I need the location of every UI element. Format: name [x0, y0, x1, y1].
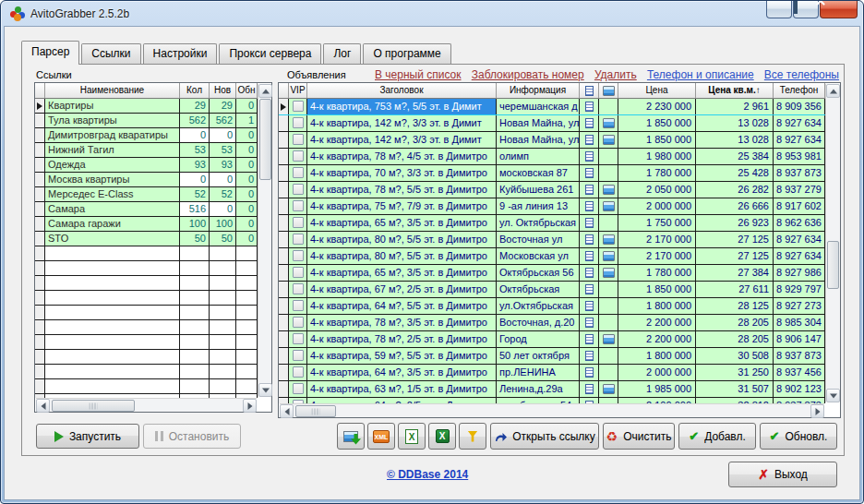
action-link-danger[interactable]: Удалить	[594, 68, 637, 81]
vip-checkbox[interactable]	[293, 167, 304, 178]
maximize-button[interactable]	[793, 1, 819, 18]
link-row[interactable]: Тула квартиры5625621	[35, 114, 258, 128]
vip-checkbox[interactable]	[293, 383, 304, 394]
action-link-normal[interactable]: Телефон и описание	[647, 68, 754, 81]
vip-checkbox[interactable]	[293, 366, 304, 378]
links-header-updated[interactable]: Обн	[236, 83, 258, 99]
link-row[interactable]: Москва квартиры000	[35, 173, 258, 187]
links-header-name[interactable]: Наименование	[45, 83, 180, 99]
ads-header-phone[interactable]: Телефон	[774, 83, 825, 99]
ad-row[interactable]: 4-к квартира, 65 м?, 3/5 эт. в ДимитроОк…	[279, 265, 825, 282]
vip-checkbox[interactable]	[293, 317, 304, 328]
close-button[interactable]	[820, 1, 858, 18]
scroll-down-arrow[interactable]	[258, 383, 272, 397]
vip-checkbox[interactable]	[293, 101, 304, 112]
link-row[interactable]: STO50500	[35, 232, 258, 246]
copyright-link[interactable]: © DDBase 2014	[387, 468, 468, 481]
exit-button[interactable]: ✗ Выход	[728, 462, 837, 487]
ads-header-info[interactable]: Информация	[497, 83, 580, 99]
ad-row[interactable]: 4-к квартира, 80 м?, 5/5 эт. в ДимитроМо…	[279, 248, 825, 265]
ad-row[interactable]: 4-к квартира, 78 м?, 5/5 эт. в ДимитроКу…	[279, 182, 825, 198]
ad-row[interactable]: 4-к квартира, 753 м?, 5/5 эт. в Димитчер…	[279, 99, 825, 115]
link-row[interactable]: Самара гаражи1001000	[35, 217, 258, 232]
tab-Прокси сервера[interactable]: Прокси сервера	[219, 43, 321, 64]
export-xml-button[interactable]: XML	[367, 423, 395, 450]
ad-row[interactable]: 4-к квартира, 78 м?, 2/5 эт. в ДимитроГо…	[279, 331, 825, 348]
ad-row[interactable]: 4-к квартира, 59 м?, 5/5 эт. в Димитро50…	[279, 348, 825, 365]
minimize-button[interactable]	[766, 1, 792, 18]
vip-checkbox[interactable]	[293, 184, 304, 195]
ads-header-doc-icon[interactable]	[580, 83, 599, 99]
action-link-normal[interactable]: Все телефоны	[764, 68, 839, 81]
scroll-right-arrow[interactable]	[810, 404, 824, 418]
open-link-button[interactable]: Открыть ссылку	[490, 423, 599, 450]
start-button[interactable]: Запустить	[36, 424, 139, 449]
scrollbar-thumb[interactable]	[259, 99, 271, 180]
ad-title-cell: 4-к квартира, 63 м?, 1/5 эт. в Димитро	[307, 381, 497, 397]
ad-row[interactable]: 4-к квартира, 63 м?, 1/5 эт. в ДимитроЛе…	[279, 381, 825, 398]
ads-header-vip[interactable]: VIP	[289, 83, 307, 99]
ads-header-title[interactable]: Заголовок	[307, 83, 497, 99]
links-header-new[interactable]: Нов	[210, 83, 236, 99]
ad-row[interactable]: 4-к квартира, 75 м?, 7/9 эт. в Димитро9 …	[279, 198, 825, 215]
stop-button[interactable]: Остановить	[143, 424, 241, 449]
link-row[interactable]: Димитровград кваратиры000	[35, 128, 258, 143]
link-row[interactable]: Самара51600	[35, 202, 258, 217]
vip-checkbox[interactable]	[293, 250, 304, 261]
action-link-danger[interactable]: Заблокировать номер	[472, 68, 584, 81]
add-button[interactable]: ✔ Добавл.	[678, 423, 756, 450]
links-header-count[interactable]: Кол	[180, 83, 210, 99]
tab-Настройки[interactable]: Настройки	[143, 43, 218, 64]
price-m2-cell: 27 125	[696, 232, 774, 247]
tab-О программе[interactable]: О программе	[363, 43, 450, 64]
tab-Ссылки[interactable]: Ссылки	[81, 43, 140, 64]
scroll-down-arrow[interactable]	[826, 389, 840, 402]
excel-export-button[interactable]: X	[398, 423, 426, 450]
vip-checkbox[interactable]	[293, 300, 304, 311]
vip-checkbox[interactable]	[293, 150, 304, 162]
scroll-up-arrow[interactable]	[258, 84, 272, 98]
vip-checkbox[interactable]	[293, 200, 304, 211]
ad-row[interactable]: 4-к квартира, 142 м?, 3/3 эт. в ДимитНов…	[279, 115, 825, 132]
link-row[interactable]: Квартиры29290	[35, 99, 258, 114]
save-image-button[interactable]	[337, 423, 365, 450]
scroll-left-arrow[interactable]	[280, 404, 294, 418]
tab-Парсер[interactable]: Парсер	[21, 41, 79, 65]
link-row[interactable]: Нижний Тагил53530	[35, 143, 258, 158]
scroll-left-arrow[interactable]	[36, 399, 50, 413]
vip-checkbox[interactable]	[293, 134, 304, 145]
scrollbar-thumb[interactable]	[52, 400, 135, 412]
ads-header-price[interactable]: Цена	[618, 83, 696, 99]
maximize-icon	[794, 0, 798, 14]
ad-row[interactable]: 4-к квартира, 65 м?, 3/5 эт. в Димитроул…	[279, 215, 825, 232]
ad-row[interactable]: 4-к квартира, 142 м?, 3/3 эт. в ДимитНов…	[279, 132, 825, 149]
link-row[interactable]: Мерседес E-Class52520	[35, 187, 258, 202]
vip-checkbox[interactable]	[293, 283, 304, 294]
action-link-danger[interactable]: В черный список	[375, 68, 462, 81]
ad-row[interactable]: 4-к квартира, 67 м?, 2/5 эт. в ДимитроОк…	[279, 282, 825, 298]
link-row[interactable]: Одежда93930	[35, 158, 258, 173]
vip-checkbox[interactable]	[293, 350, 304, 361]
excel-file-button[interactable]: X	[428, 423, 456, 450]
tab-Лог[interactable]: Лог	[323, 43, 361, 64]
vip-checkbox[interactable]	[293, 267, 304, 278]
scrollbar-thumb[interactable]	[827, 241, 839, 289]
vip-checkbox[interactable]	[293, 234, 304, 245]
ad-row[interactable]: 4-к квартира, 78 м?, 4/5 эт. в Димитроол…	[279, 149, 825, 165]
update-button[interactable]: ✔ Обновл.	[760, 423, 837, 450]
clear-button[interactable]: ♻ Очистить	[603, 423, 675, 450]
ad-row[interactable]: 4-к квартира, 64 м?, 3/5 эт. в Димитропр…	[279, 365, 825, 381]
ads-header-price-m2[interactable]: Цена кв.м.↑	[696, 83, 774, 99]
ad-row[interactable]: 4-к квартира, 78 м?, 3/5 эт. в ДимитроВо…	[279, 315, 825, 331]
filter-table-button[interactable]	[459, 423, 486, 450]
scroll-right-arrow[interactable]	[243, 399, 257, 413]
ads-header-img-icon[interactable]	[599, 83, 618, 99]
ad-row[interactable]: 4-к квартира, 80 м?, 5/5 эт. в ДимитроВо…	[279, 232, 825, 248]
vip-checkbox[interactable]	[293, 117, 304, 128]
ad-row[interactable]: 4-к квартира, 64 м?, 5/5 эт. в Димитроул…	[279, 298, 825, 315]
scrollbar-thumb[interactable]	[295, 405, 336, 417]
ad-row[interactable]: 4-к квартира, 70 м?, 3/3 эт. в Димитромо…	[279, 165, 825, 182]
vip-checkbox[interactable]	[293, 333, 304, 344]
scroll-up-arrow[interactable]	[826, 84, 840, 98]
vip-checkbox[interactable]	[293, 217, 304, 228]
